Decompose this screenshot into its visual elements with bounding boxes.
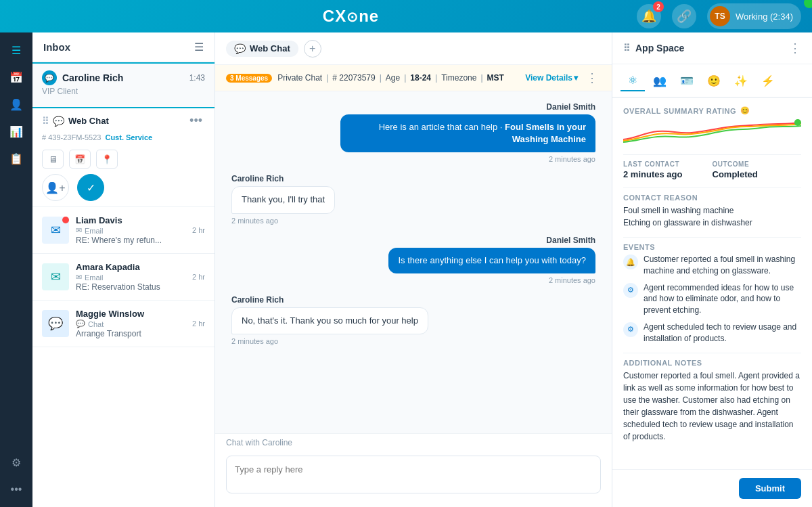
appspace-body: OVERALL SUMMARY RATING 😊 LAST CONTACT <box>612 98 812 469</box>
nav-more[interactable]: ••• <box>4 477 28 502</box>
maggie-channel-text: Chat <box>88 320 104 328</box>
active-contact-name: Caroline Rich <box>62 72 123 83</box>
active-contact-card[interactable]: 💬 Caroline Rich 1:43 VIP Client <box>32 62 215 108</box>
messages-badge: 3 Messages <box>226 74 272 83</box>
webchat-menu-btn[interactable]: ••• <box>187 114 205 128</box>
nav-contacts[interactable]: 👤 <box>4 92 28 116</box>
amara-time: 2 hr <box>192 273 205 281</box>
tab-people[interactable]: 👥 <box>648 70 672 91</box>
nav-calendar[interactable]: 📅 <box>4 65 28 89</box>
main-layout: ☰ 📅 👤 📊 📋 ⚙ ••• Inbox ☰ <box>0 32 812 507</box>
lightning-icon: ⚡ <box>761 74 775 87</box>
tab-settings[interactable]: ✨ <box>729 70 753 91</box>
customer-msg-time: 2 minutes ago <box>231 217 595 225</box>
screen-icon: 🖥 <box>49 154 58 164</box>
side-nav: ☰ 📅 👤 📊 📋 ⚙ ••• <box>0 32 32 507</box>
event-text-3: Agent scheduled tech to review usage and… <box>644 322 801 345</box>
agent-msg-time-2: 2 minutes ago <box>231 276 595 284</box>
chat-info-menu-btn[interactable]: ⋮ <box>583 70 601 85</box>
list-item[interactable]: ✉ Liam Davis ✉ Email RE: Where's my refu… <box>32 207 215 254</box>
atom-icon: ⚛ <box>628 74 637 87</box>
nav-settings[interactable]: ⚙ <box>4 450 28 475</box>
list-item[interactable]: 💬 Maggie Winslow 💬 Chat Arrange Transpor… <box>32 301 215 347</box>
additional-notes-text: Customer reported a foul smell. Agent pr… <box>623 370 801 443</box>
appspace-menu-btn[interactable]: ⋮ <box>789 41 801 56</box>
inbox-panel: Inbox ☰ 💬 Caroline Rich 1:43 VIP Client … <box>32 32 215 507</box>
appspace-panel: ⠿ App Space ⋮ ⚛ 👥 🪪 🙂 ✨ ⚡ <box>612 32 812 507</box>
email-channel-icon2: ✉ <box>76 273 82 282</box>
events-title: EVENTS <box>623 243 801 251</box>
view-details-button[interactable]: View Details ▾ <box>525 73 578 83</box>
amara-channel: ✉ Email <box>76 273 185 282</box>
customer-message-bubble-2: No, that's it. Thank you so much for you… <box>231 307 428 334</box>
additional-notes-section: ADDITIONAL NOTES Customer reported a fou… <box>623 359 801 443</box>
event-text-2: Agent recommended ideas for how to use a… <box>644 282 801 316</box>
event-text-1: Customer reported a foul smell in washin… <box>644 254 801 277</box>
tab-atom[interactable]: ⚛ <box>621 70 645 91</box>
overall-summary-label: OVERALL SUMMARY RATING 😊 <box>623 106 801 115</box>
nav-inbox[interactable]: ☰ <box>4 38 28 62</box>
drag-handle[interactable]: ⠿ <box>42 116 49 127</box>
schedule-btn[interactable]: 📅 <box>69 150 91 169</box>
email-channel-icon: ✉ <box>76 226 82 235</box>
amara-name: Amara Kapadia <box>76 262 185 272</box>
contacts-icon: 👤 <box>9 98 23 111</box>
webchat-item: ⠿ 💬 Web Chat ••• # 439-23FM-5523 Cust. S… <box>32 108 215 207</box>
history-icon: 📋 <box>9 152 23 165</box>
add-contact-btn[interactable]: 👤+ <box>42 174 69 201</box>
sep3: | <box>404 73 406 83</box>
link-button[interactable]: 🔗 <box>672 4 696 28</box>
nav-reports[interactable]: 📊 <box>4 119 28 144</box>
chat-header: 💬 Web Chat + <box>215 32 612 65</box>
notifications-button[interactable]: 🔔 2 <box>637 4 661 28</box>
unread-dot-liam <box>62 217 69 223</box>
add-tab-button[interactable]: + <box>304 40 321 58</box>
link-icon: 🔗 <box>677 9 692 24</box>
sentiment-chart <box>623 119 801 146</box>
location-btn[interactable]: 📍 <box>96 150 118 169</box>
agent-message-bubble-2: Is there anything else I can help you wi… <box>388 248 595 273</box>
web-chat-tab[interactable]: 💬 Web Chat <box>226 41 298 57</box>
app-logo: CX⊙ne <box>323 7 379 26</box>
contact-reason-title: CONTACT REASON <box>623 194 801 202</box>
message-group: Daniel Smith Is there anything else I ca… <box>231 236 595 284</box>
event-icon-1: 🔔 <box>623 255 638 269</box>
chat-info-bar: 3 Messages Private Chat | # 22073579 | A… <box>215 65 612 91</box>
tab-smiley[interactable]: 🙂 <box>702 70 726 91</box>
list-item[interactable]: ✉ Amara Kapadia ✉ Email RE: Reservation … <box>32 254 215 301</box>
events-list: 🔔 Customer reported a foul smell in wash… <box>623 254 801 345</box>
liam-time: 2 hr <box>192 226 205 234</box>
webchat-label-text: Web Chat <box>68 116 109 126</box>
private-chat-label: Private Chat <box>277 73 322 83</box>
submit-button[interactable]: Submit <box>739 478 801 499</box>
submit-row: Submit <box>612 469 812 507</box>
tab-lightning[interactable]: ⚡ <box>756 70 780 91</box>
divider <box>623 237 801 238</box>
cust-service-tag[interactable]: Cust. Service <box>105 133 152 141</box>
bell-icon: 🔔 <box>641 9 656 24</box>
stats-row: LAST CONTACT 2 minutes ago OUTCOME Compl… <box>623 160 801 179</box>
agent-sender-name: Daniel Smith <box>231 102 595 112</box>
nav-history[interactable]: 📋 <box>4 146 28 171</box>
sep1: | <box>326 73 328 83</box>
email-icon-amara: ✉ <box>42 263 69 290</box>
liam-subject: RE: Where's my refun... <box>76 236 185 245</box>
chat-icon-maggie: 💬 <box>42 310 69 337</box>
agent-sender-name-2: Daniel Smith <box>231 236 595 245</box>
inbox-header: Inbox ☰ <box>32 32 215 62</box>
customer-sender-name: Caroline Rich <box>231 174 595 183</box>
tab-id[interactable]: 🪪 <box>675 70 699 91</box>
screen-btn[interactable]: 🖥 <box>42 150 64 169</box>
customer-msg-wrapper: Thank you, I'll try that <box>231 186 595 213</box>
calendar-icon: 📅 <box>9 71 23 84</box>
outcome-block: OUTCOME Completed <box>713 160 802 179</box>
inbox-title: Inbox <box>43 41 70 53</box>
schedule-icon: 📅 <box>74 154 85 164</box>
confirm-btn[interactable]: ✓ <box>77 174 104 201</box>
chat-reply-input[interactable] <box>226 456 601 493</box>
contact-avatar-amara: ✉ <box>42 263 69 290</box>
inbox-nav-icon: ☰ <box>12 44 21 57</box>
agent-status-button[interactable]: TS Working (2:34) <box>707 3 801 29</box>
inbox-menu-icon[interactable]: ☰ <box>194 41 204 53</box>
timezone-value: MST <box>487 73 504 83</box>
